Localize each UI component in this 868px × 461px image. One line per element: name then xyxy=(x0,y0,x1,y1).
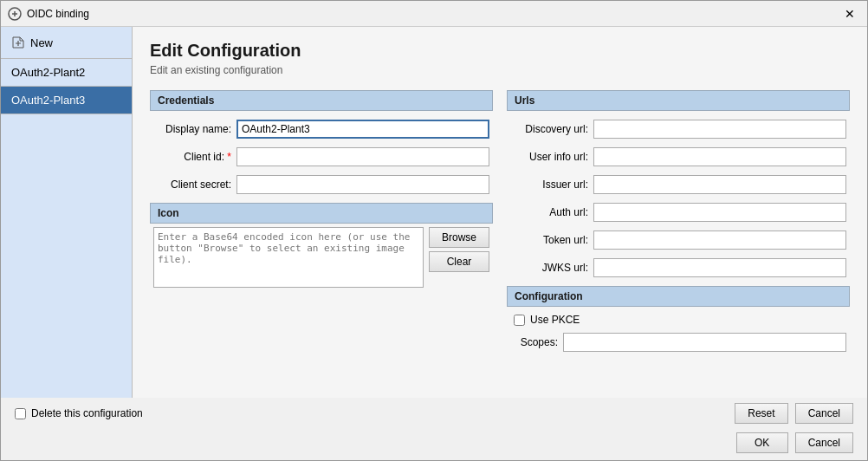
scopes-label: Scopes: xyxy=(510,336,558,348)
reset-cancel-buttons: Reset Cancel xyxy=(735,403,853,424)
client-secret-input[interactable] xyxy=(236,175,489,194)
cancel2-button[interactable]: Cancel xyxy=(795,432,853,453)
token-url-input[interactable] xyxy=(593,230,846,250)
issuer-url-row: Issuer url: xyxy=(507,175,850,194)
display-name-label: Display name: xyxy=(153,123,231,135)
client-secret-label: Client secret: xyxy=(153,179,231,191)
browse-button[interactable]: Browse xyxy=(429,227,489,248)
page-title: Edit Configuration xyxy=(150,41,850,61)
bottom-bar-row1: Delete this configuration Reset Cancel xyxy=(1,398,867,429)
display-name-group: Display name: xyxy=(150,120,493,139)
page-subtitle: Edit an existing configuration xyxy=(150,64,850,76)
issuer-url-input[interactable] xyxy=(593,175,846,194)
client-id-label: Client id: * xyxy=(153,151,231,163)
window-title: OIDC binding xyxy=(27,8,89,20)
discovery-url-input[interactable] xyxy=(593,120,846,139)
pkce-row: Use PKCE xyxy=(507,312,850,328)
main-form: Edit Configuration Edit an existing conf… xyxy=(133,27,867,398)
form-right: Urls Discovery url: User info url: Issue… xyxy=(507,90,850,384)
required-marker: * xyxy=(227,151,231,163)
scopes-input[interactable] xyxy=(563,333,846,352)
urls-section-header: Urls xyxy=(507,90,850,111)
bottom-bar-row2: OK Cancel xyxy=(1,429,867,460)
sidebar-item-label: OAuth2-Plant2 xyxy=(11,66,85,79)
delete-config-label[interactable]: Delete this configuration xyxy=(31,407,143,419)
new-button[interactable]: New xyxy=(1,27,132,59)
jwks-url-label: JWKS url: xyxy=(510,262,588,274)
sidebar-item-label: OAuth2-Plant3 xyxy=(11,94,85,107)
jwks-url-row: JWKS url: xyxy=(507,258,850,277)
issuer-url-label: Issuer url: xyxy=(510,179,588,191)
userinfo-url-row: User info url: xyxy=(507,147,850,166)
auth-url-label: Auth url: xyxy=(510,206,588,218)
titlebar: OIDC binding ✕ xyxy=(1,1,867,27)
form-left: Credentials Display name: Client id: * xyxy=(150,90,493,384)
ok-button[interactable]: OK xyxy=(736,432,788,453)
token-url-row: Token url: xyxy=(507,230,850,250)
icon-buttons: Browse Clear xyxy=(429,227,489,288)
config-section: Configuration Use PKCE Scopes: xyxy=(507,286,850,352)
use-pkce-checkbox[interactable] xyxy=(514,315,525,326)
icon-textarea[interactable] xyxy=(153,227,424,288)
client-secret-group: Client secret: xyxy=(150,175,493,194)
client-id-group: Client id: * xyxy=(150,147,493,166)
delete-config-checkbox[interactable] xyxy=(15,408,26,419)
reset-button[interactable]: Reset xyxy=(735,403,787,424)
jwks-url-input[interactable] xyxy=(593,258,846,277)
ok-cancel-buttons: OK Cancel xyxy=(736,432,853,453)
token-url-label: Token url: xyxy=(510,234,588,246)
auth-url-input[interactable] xyxy=(593,203,846,222)
sidebar-item-oauth2-plant3[interactable]: OAuth2-Plant3 xyxy=(1,87,132,114)
discovery-url-label: Discovery url: xyxy=(510,123,588,135)
sidebar: New OAuth2-Plant2 OAuth2-Plant3 xyxy=(1,27,133,398)
clear-button[interactable]: Clear xyxy=(429,251,489,272)
auth-url-row: Auth url: xyxy=(507,203,850,222)
titlebar-left: OIDC binding xyxy=(8,7,89,21)
new-label: New xyxy=(30,36,53,49)
icon-section-header: Icon xyxy=(150,203,493,224)
client-id-input[interactable] xyxy=(236,147,489,166)
use-pkce-label[interactable]: Use PKCE xyxy=(530,314,580,326)
app-icon xyxy=(8,7,22,21)
config-section-header: Configuration xyxy=(507,286,850,307)
display-name-input[interactable] xyxy=(236,120,489,139)
scopes-row: Scopes: xyxy=(507,333,850,352)
credentials-section-header: Credentials xyxy=(150,90,493,111)
main-window: OIDC binding ✕ New OAuth2-Plant2 OAuth2-… xyxy=(0,0,868,461)
form-sections: Credentials Display name: Client id: * xyxy=(150,90,850,384)
icon-section: Icon Browse Clear xyxy=(150,203,493,288)
footer-left: Delete this configuration xyxy=(15,407,143,419)
userinfo-url-input[interactable] xyxy=(593,147,846,166)
userinfo-url-label: User info url: xyxy=(510,151,588,163)
cancel-button[interactable]: Cancel xyxy=(795,403,853,424)
new-icon xyxy=(11,36,25,49)
icon-body: Browse Clear xyxy=(150,227,493,288)
content-area: New OAuth2-Plant2 OAuth2-Plant3 Edit Con… xyxy=(1,27,867,398)
sidebar-item-oauth2-plant2[interactable]: OAuth2-Plant2 xyxy=(1,59,132,87)
close-button[interactable]: ✕ xyxy=(839,5,860,23)
discovery-url-row: Discovery url: xyxy=(507,120,850,139)
